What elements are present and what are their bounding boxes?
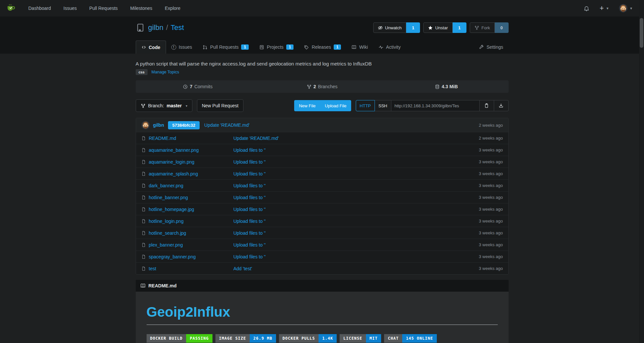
nav-explore[interactable]: Explore	[165, 6, 180, 11]
scrollbar-track[interactable]	[639, 0, 644, 343]
file-name-link[interactable]: aquamarine_banner.png	[149, 147, 199, 153]
tag-icon	[304, 45, 309, 50]
tab-projects[interactable]: Projects 1	[254, 40, 299, 54]
tab-activity-label: Activity	[386, 44, 401, 50]
file-actions-group: New File Upload File	[294, 100, 351, 111]
unwatch-label: Unwatch	[385, 25, 402, 30]
badge-value: 1.4K	[319, 334, 337, 343]
file-name-link[interactable]: hotline_homepage.jpg	[149, 207, 194, 212]
file-commit-message[interactable]: Upload files to ''	[234, 171, 266, 176]
nav-issues[interactable]: Issues	[64, 6, 77, 11]
file-name-link[interactable]: aquamarine_splash.png	[149, 171, 198, 176]
file-commit-message[interactable]: Upload files to ''	[234, 207, 266, 212]
forks-count[interactable]: 0	[495, 22, 509, 33]
file-name-link[interactable]: hotline_login.png	[149, 219, 184, 224]
file-name-link[interactable]: hotline_banner.png	[149, 195, 188, 200]
copy-clone-url-button[interactable]	[480, 100, 494, 111]
scrollbar-thumb[interactable]	[640, 18, 643, 48]
file-time: 3 weeks ago	[459, 254, 508, 259]
tab-releases[interactable]: Releases 1	[299, 40, 346, 54]
file-name-link[interactable]: plex_banner.png	[149, 242, 183, 248]
nav-pull-requests[interactable]: Pull Requests	[89, 6, 118, 11]
new-file-button[interactable]: New File	[294, 103, 320, 108]
tab-releases-label: Releases	[312, 44, 331, 50]
topic-css[interactable]: css	[136, 69, 148, 75]
database-icon	[435, 84, 440, 89]
file-commit-message[interactable]: Update 'README.md'	[234, 136, 279, 141]
file-name-link[interactable]: dark_banner.png	[149, 183, 183, 188]
clone-url-input[interactable]	[391, 100, 480, 111]
file-commit-message[interactable]: Upload files to ''	[234, 159, 266, 165]
tab-issues[interactable]: ! Issues	[166, 40, 197, 54]
http-toggle[interactable]: HTTP	[356, 100, 375, 111]
stars-count[interactable]: 1	[453, 22, 466, 33]
badge-value: 26.9 MB	[250, 334, 276, 343]
pulls-count-badge: 1	[241, 44, 249, 50]
gitea-logo[interactable]	[6, 3, 16, 13]
nav-dashboard[interactable]: Dashboard	[28, 6, 51, 11]
branch-selector[interactable]: Branch: master ▾	[136, 99, 192, 112]
user-menu[interactable]: ▼	[619, 4, 633, 13]
file-commit-message[interactable]: Upload files to ''	[234, 219, 266, 224]
table-row: README.md Update 'README.md' 2 weeks ago	[136, 132, 508, 144]
unwatch-button[interactable]: Unwatch	[373, 22, 406, 33]
docker-pulls-badge[interactable]: DOCKER PULLS 1.4K	[279, 334, 337, 343]
file-commit-message[interactable]: Add 'test'	[234, 266, 252, 271]
ssh-toggle[interactable]: SSH	[375, 100, 391, 111]
notifications-bell-icon[interactable]	[583, 5, 590, 12]
repo-owner-link[interactable]: gilbn	[148, 23, 163, 32]
clone-protocol-toggle: HTTP SSH	[356, 100, 391, 111]
tab-wiki[interactable]: Wiki	[346, 40, 373, 54]
size-stat[interactable]: 4.3 MiB	[384, 80, 508, 93]
commits-stat[interactable]: 7 Commits	[136, 80, 260, 93]
image-size-badge[interactable]: IMAGE SIZE 26.9 MB	[215, 334, 276, 343]
unstar-button[interactable]: Unstar	[423, 22, 452, 33]
readme-panel: README.md Geoip2Influx DOCKER BUILD PASS…	[136, 280, 509, 343]
file-commit-message[interactable]: Upload files to ''	[234, 230, 266, 236]
nav-milestones[interactable]: Milestones	[130, 6, 152, 11]
docker-build-badge[interactable]: DOCKER BUILD PASSING	[147, 334, 212, 343]
tab-settings[interactable]: Settings	[474, 40, 509, 54]
repo-description: A python script that will parse the ngin…	[136, 61, 509, 66]
upload-file-button[interactable]: Upload File	[320, 103, 351, 108]
commit-message-link[interactable]: Update 'README.md'	[204, 122, 250, 128]
readme-header: README.md	[136, 280, 509, 292]
badge-row: DOCKER BUILD PASSING IMAGE SIZE 26.9 MB …	[147, 334, 498, 343]
commit-author-link[interactable]: gilbn	[153, 122, 164, 128]
license-badge[interactable]: LICENSE MIT	[340, 334, 381, 343]
breadcrumb-separator: /	[166, 23, 168, 32]
watchers-count[interactable]: 1	[406, 22, 420, 33]
download-archive-button[interactable]	[494, 100, 509, 111]
manage-topics-link[interactable]: Manage Topics	[152, 70, 179, 74]
file-name-link[interactable]: README.md	[149, 136, 176, 141]
chat-badge[interactable]: CHAT 145 ONLINE	[384, 334, 436, 343]
file-name-link[interactable]: test	[149, 266, 156, 271]
pull-request-icon	[203, 45, 208, 50]
file-commit-message[interactable]: Upload files to ''	[234, 183, 266, 188]
file-name-link[interactable]: aquamarine_login.png	[149, 159, 195, 165]
create-new-menu[interactable]: + ▼	[600, 5, 609, 12]
file-commit-message[interactable]: Upload files to ''	[234, 195, 266, 200]
tab-pull-requests[interactable]: Pull Requests 1	[197, 40, 254, 54]
repo-name-link[interactable]: Test	[171, 23, 184, 32]
new-pull-request-button[interactable]: New Pull Request	[197, 99, 243, 112]
branches-stat[interactable]: 2 Branches	[260, 80, 384, 93]
plus-icon: +	[600, 5, 604, 12]
repo-header: gilbn / Test Unwatch 1	[0, 16, 644, 54]
file-commit-message[interactable]: Upload files to ''	[234, 147, 266, 153]
file-time: 3 weeks ago	[459, 266, 508, 271]
commit-sha-badge[interactable]: 57384bfc32	[168, 121, 200, 129]
branches-label: Branches	[318, 84, 337, 89]
table-row: test Add 'test' 3 weeks ago	[136, 262, 508, 274]
file-commit-message[interactable]: Upload files to ''	[234, 254, 266, 259]
file-icon	[141, 172, 146, 176]
tab-code-label: Code	[149, 45, 160, 50]
tab-code[interactable]: Code	[136, 40, 166, 54]
file-name-link[interactable]: hotline_search.jpg	[149, 230, 186, 236]
fork-button[interactable]: Fork	[470, 22, 495, 33]
file-commit-message[interactable]: Upload files to ''	[234, 242, 266, 248]
clipboard-icon	[484, 103, 489, 108]
file-name-link[interactable]: spacegray_banner.png	[149, 254, 196, 259]
commit-author-avatar[interactable]	[141, 121, 150, 129]
tab-activity[interactable]: Activity	[373, 40, 406, 54]
